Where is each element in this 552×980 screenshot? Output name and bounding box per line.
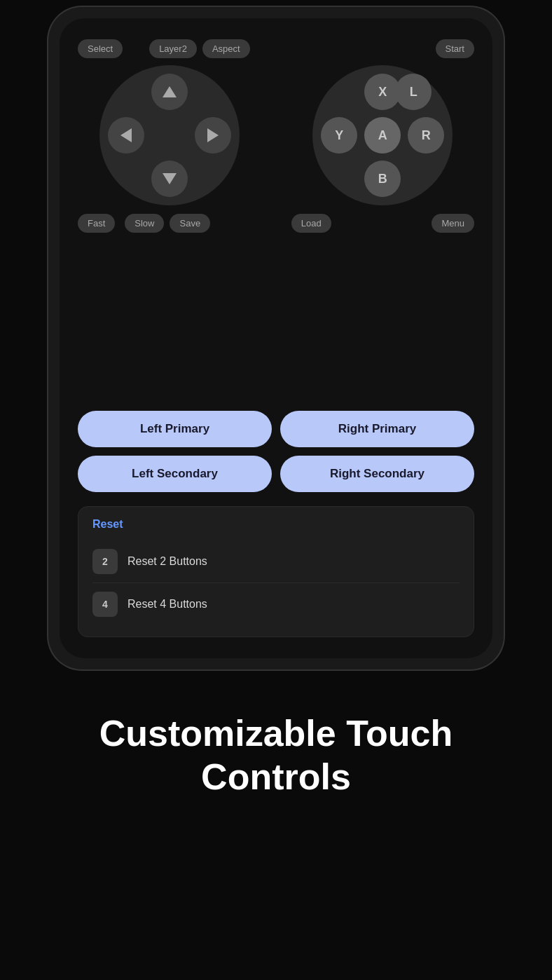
right-top-buttons: Start xyxy=(436,39,481,58)
down-arrow-icon xyxy=(163,173,177,184)
dpad-right-button[interactable] xyxy=(195,117,231,154)
reset-4-icon: 4 xyxy=(92,592,118,617)
start-button[interactable]: Start xyxy=(436,39,474,58)
face-l-button[interactable]: L xyxy=(395,74,432,110)
phone-frame: Select Layer2 Aspect xyxy=(48,7,504,669)
fast-button[interactable]: Fast xyxy=(78,214,115,233)
up-arrow-icon xyxy=(163,86,177,97)
save-button[interactable]: Save xyxy=(170,214,210,233)
face-buttons: X B Y R A L xyxy=(312,65,453,205)
dpad xyxy=(99,65,240,205)
reset-title: Reset xyxy=(92,518,460,531)
dpad-down-button[interactable] xyxy=(151,161,188,197)
left-bottom-buttons: Fast Slow Save xyxy=(71,214,210,233)
reset-section: Reset 2 Reset 2 Buttons 4 Reset 4 Button… xyxy=(78,506,474,637)
bottom-text: Customizable Touch Controls xyxy=(0,669,552,841)
face-b-button[interactable]: B xyxy=(364,161,401,197)
reset-2-buttons-item[interactable]: 2 Reset 2 Buttons xyxy=(92,540,460,583)
select-button[interactable]: Select xyxy=(78,39,123,58)
right-secondary-button[interactable]: Right Secondary xyxy=(280,456,474,492)
controller-area: Select Layer2 Aspect xyxy=(71,32,481,397)
action-buttons-grid: Left Primary Right Primary Left Secondar… xyxy=(71,402,481,501)
dpad-up-button[interactable] xyxy=(151,74,188,110)
left-secondary-button[interactable]: Left Secondary xyxy=(78,456,272,492)
aspect-button[interactable]: Aspect xyxy=(202,39,250,58)
load-button[interactable]: Load xyxy=(291,214,331,233)
face-y-button[interactable]: Y xyxy=(321,117,357,154)
menu-button[interactable]: Menu xyxy=(432,214,474,233)
reset-4-buttons-item[interactable]: 4 Reset 4 Buttons xyxy=(92,583,460,625)
right-controller-side: Start X B Y R A L Load Menu xyxy=(284,39,481,233)
right-primary-button[interactable]: Right Primary xyxy=(280,411,474,447)
left-controller-side: Select Layer2 Aspect xyxy=(71,39,268,233)
face-a-button[interactable]: A xyxy=(364,117,401,154)
left-top-buttons: Select Layer2 Aspect xyxy=(71,39,250,58)
phone-screen: Select Layer2 Aspect xyxy=(60,18,492,658)
right-arrow-icon xyxy=(207,128,219,142)
right-bottom-buttons: Load Menu xyxy=(284,214,481,233)
left-primary-button[interactable]: Left Primary xyxy=(78,411,272,447)
reset-4-label: Reset 4 Buttons xyxy=(127,598,207,611)
layer2-button[interactable]: Layer2 xyxy=(149,39,197,58)
reset-2-label: Reset 2 Buttons xyxy=(127,555,207,568)
left-arrow-icon xyxy=(120,128,132,142)
face-r-button[interactable]: R xyxy=(408,117,444,154)
slow-button[interactable]: Slow xyxy=(125,214,164,233)
reset-2-icon: 2 xyxy=(92,549,118,574)
dpad-left-button[interactable] xyxy=(108,117,144,154)
